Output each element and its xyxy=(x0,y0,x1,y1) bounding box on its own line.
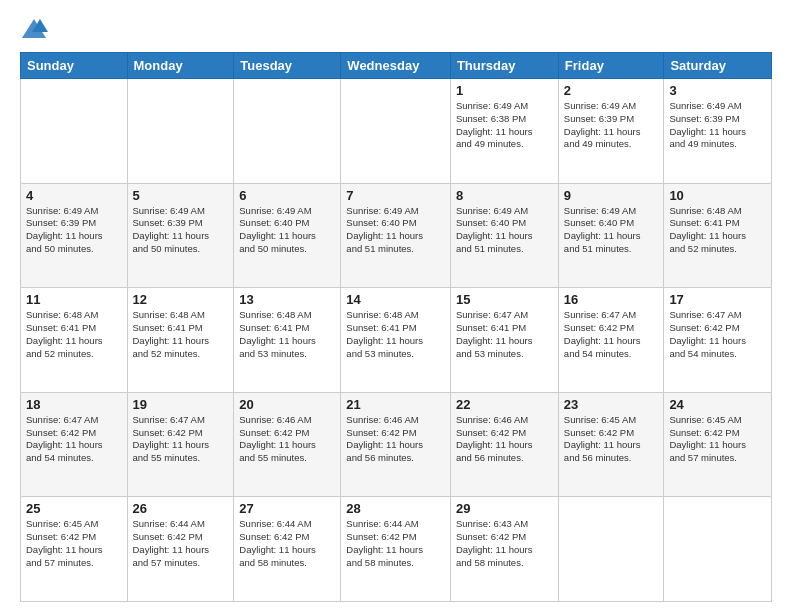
calendar-cell: 11Sunrise: 6:48 AM Sunset: 6:41 PM Dayli… xyxy=(21,288,128,393)
calendar-cell: 9Sunrise: 6:49 AM Sunset: 6:40 PM Daylig… xyxy=(558,183,664,288)
calendar-week-row: 11Sunrise: 6:48 AM Sunset: 6:41 PM Dayli… xyxy=(21,288,772,393)
calendar-cell: 29Sunrise: 6:43 AM Sunset: 6:42 PM Dayli… xyxy=(450,497,558,602)
calendar-cell xyxy=(21,79,128,184)
calendar-cell: 7Sunrise: 6:49 AM Sunset: 6:40 PM Daylig… xyxy=(341,183,451,288)
day-number: 28 xyxy=(346,501,445,516)
day-number: 5 xyxy=(133,188,229,203)
calendar-cell: 28Sunrise: 6:44 AM Sunset: 6:42 PM Dayli… xyxy=(341,497,451,602)
day-number: 20 xyxy=(239,397,335,412)
calendar-cell: 16Sunrise: 6:47 AM Sunset: 6:42 PM Dayli… xyxy=(558,288,664,393)
day-info: Sunrise: 6:48 AM Sunset: 6:41 PM Dayligh… xyxy=(133,309,229,360)
calendar-table: SundayMondayTuesdayWednesdayThursdayFrid… xyxy=(20,52,772,602)
calendar-header-row: SundayMondayTuesdayWednesdayThursdayFrid… xyxy=(21,53,772,79)
day-info: Sunrise: 6:49 AM Sunset: 6:39 PM Dayligh… xyxy=(26,205,122,256)
day-info: Sunrise: 6:45 AM Sunset: 6:42 PM Dayligh… xyxy=(564,414,659,465)
day-info: Sunrise: 6:47 AM Sunset: 6:42 PM Dayligh… xyxy=(669,309,766,360)
day-number: 9 xyxy=(564,188,659,203)
day-info: Sunrise: 6:45 AM Sunset: 6:42 PM Dayligh… xyxy=(26,518,122,569)
header xyxy=(20,16,772,44)
day-info: Sunrise: 6:46 AM Sunset: 6:42 PM Dayligh… xyxy=(456,414,553,465)
calendar-cell: 14Sunrise: 6:48 AM Sunset: 6:41 PM Dayli… xyxy=(341,288,451,393)
calendar-cell: 10Sunrise: 6:48 AM Sunset: 6:41 PM Dayli… xyxy=(664,183,772,288)
day-number: 14 xyxy=(346,292,445,307)
day-number: 8 xyxy=(456,188,553,203)
day-info: Sunrise: 6:45 AM Sunset: 6:42 PM Dayligh… xyxy=(669,414,766,465)
weekday-header: Tuesday xyxy=(234,53,341,79)
calendar-week-row: 4Sunrise: 6:49 AM Sunset: 6:39 PM Daylig… xyxy=(21,183,772,288)
calendar-cell: 19Sunrise: 6:47 AM Sunset: 6:42 PM Dayli… xyxy=(127,392,234,497)
calendar-cell: 26Sunrise: 6:44 AM Sunset: 6:42 PM Dayli… xyxy=(127,497,234,602)
day-info: Sunrise: 6:48 AM Sunset: 6:41 PM Dayligh… xyxy=(239,309,335,360)
weekday-header: Sunday xyxy=(21,53,128,79)
calendar-cell xyxy=(234,79,341,184)
day-number: 12 xyxy=(133,292,229,307)
day-info: Sunrise: 6:44 AM Sunset: 6:42 PM Dayligh… xyxy=(133,518,229,569)
day-number: 21 xyxy=(346,397,445,412)
calendar-cell: 20Sunrise: 6:46 AM Sunset: 6:42 PM Dayli… xyxy=(234,392,341,497)
day-info: Sunrise: 6:49 AM Sunset: 6:40 PM Dayligh… xyxy=(456,205,553,256)
day-info: Sunrise: 6:49 AM Sunset: 6:40 PM Dayligh… xyxy=(239,205,335,256)
day-info: Sunrise: 6:47 AM Sunset: 6:42 PM Dayligh… xyxy=(564,309,659,360)
calendar-cell: 13Sunrise: 6:48 AM Sunset: 6:41 PM Dayli… xyxy=(234,288,341,393)
calendar-cell: 5Sunrise: 6:49 AM Sunset: 6:39 PM Daylig… xyxy=(127,183,234,288)
day-number: 11 xyxy=(26,292,122,307)
calendar-cell: 2Sunrise: 6:49 AM Sunset: 6:39 PM Daylig… xyxy=(558,79,664,184)
logo xyxy=(20,16,52,44)
day-info: Sunrise: 6:49 AM Sunset: 6:40 PM Dayligh… xyxy=(564,205,659,256)
day-info: Sunrise: 6:44 AM Sunset: 6:42 PM Dayligh… xyxy=(346,518,445,569)
weekday-header: Saturday xyxy=(664,53,772,79)
day-info: Sunrise: 6:48 AM Sunset: 6:41 PM Dayligh… xyxy=(669,205,766,256)
day-number: 13 xyxy=(239,292,335,307)
calendar-cell: 24Sunrise: 6:45 AM Sunset: 6:42 PM Dayli… xyxy=(664,392,772,497)
calendar-cell: 18Sunrise: 6:47 AM Sunset: 6:42 PM Dayli… xyxy=(21,392,128,497)
day-number: 29 xyxy=(456,501,553,516)
day-number: 6 xyxy=(239,188,335,203)
day-info: Sunrise: 6:47 AM Sunset: 6:42 PM Dayligh… xyxy=(133,414,229,465)
calendar-cell xyxy=(558,497,664,602)
calendar-cell xyxy=(127,79,234,184)
calendar-cell: 6Sunrise: 6:49 AM Sunset: 6:40 PM Daylig… xyxy=(234,183,341,288)
day-info: Sunrise: 6:43 AM Sunset: 6:42 PM Dayligh… xyxy=(456,518,553,569)
day-number: 1 xyxy=(456,83,553,98)
calendar-cell: 23Sunrise: 6:45 AM Sunset: 6:42 PM Dayli… xyxy=(558,392,664,497)
calendar-cell: 4Sunrise: 6:49 AM Sunset: 6:39 PM Daylig… xyxy=(21,183,128,288)
weekday-header: Thursday xyxy=(450,53,558,79)
day-info: Sunrise: 6:49 AM Sunset: 6:38 PM Dayligh… xyxy=(456,100,553,151)
day-number: 17 xyxy=(669,292,766,307)
calendar-cell xyxy=(341,79,451,184)
day-number: 18 xyxy=(26,397,122,412)
weekday-header: Wednesday xyxy=(341,53,451,79)
calendar-cell: 15Sunrise: 6:47 AM Sunset: 6:41 PM Dayli… xyxy=(450,288,558,393)
weekday-header: Friday xyxy=(558,53,664,79)
calendar-cell: 3Sunrise: 6:49 AM Sunset: 6:39 PM Daylig… xyxy=(664,79,772,184)
calendar-week-row: 25Sunrise: 6:45 AM Sunset: 6:42 PM Dayli… xyxy=(21,497,772,602)
day-number: 25 xyxy=(26,501,122,516)
day-number: 22 xyxy=(456,397,553,412)
day-number: 15 xyxy=(456,292,553,307)
calendar-cell: 25Sunrise: 6:45 AM Sunset: 6:42 PM Dayli… xyxy=(21,497,128,602)
day-info: Sunrise: 6:46 AM Sunset: 6:42 PM Dayligh… xyxy=(239,414,335,465)
calendar-cell xyxy=(664,497,772,602)
day-number: 27 xyxy=(239,501,335,516)
day-number: 2 xyxy=(564,83,659,98)
calendar-cell: 17Sunrise: 6:47 AM Sunset: 6:42 PM Dayli… xyxy=(664,288,772,393)
day-info: Sunrise: 6:48 AM Sunset: 6:41 PM Dayligh… xyxy=(26,309,122,360)
day-info: Sunrise: 6:47 AM Sunset: 6:41 PM Dayligh… xyxy=(456,309,553,360)
calendar-cell: 27Sunrise: 6:44 AM Sunset: 6:42 PM Dayli… xyxy=(234,497,341,602)
calendar-cell: 12Sunrise: 6:48 AM Sunset: 6:41 PM Dayli… xyxy=(127,288,234,393)
day-info: Sunrise: 6:48 AM Sunset: 6:41 PM Dayligh… xyxy=(346,309,445,360)
calendar-cell: 21Sunrise: 6:46 AM Sunset: 6:42 PM Dayli… xyxy=(341,392,451,497)
day-number: 26 xyxy=(133,501,229,516)
page: SundayMondayTuesdayWednesdayThursdayFrid… xyxy=(0,0,792,612)
day-info: Sunrise: 6:49 AM Sunset: 6:39 PM Dayligh… xyxy=(133,205,229,256)
day-number: 4 xyxy=(26,188,122,203)
day-number: 10 xyxy=(669,188,766,203)
calendar-cell: 1Sunrise: 6:49 AM Sunset: 6:38 PM Daylig… xyxy=(450,79,558,184)
day-number: 3 xyxy=(669,83,766,98)
day-info: Sunrise: 6:46 AM Sunset: 6:42 PM Dayligh… xyxy=(346,414,445,465)
day-number: 24 xyxy=(669,397,766,412)
day-number: 16 xyxy=(564,292,659,307)
calendar-week-row: 1Sunrise: 6:49 AM Sunset: 6:38 PM Daylig… xyxy=(21,79,772,184)
day-number: 7 xyxy=(346,188,445,203)
day-number: 23 xyxy=(564,397,659,412)
